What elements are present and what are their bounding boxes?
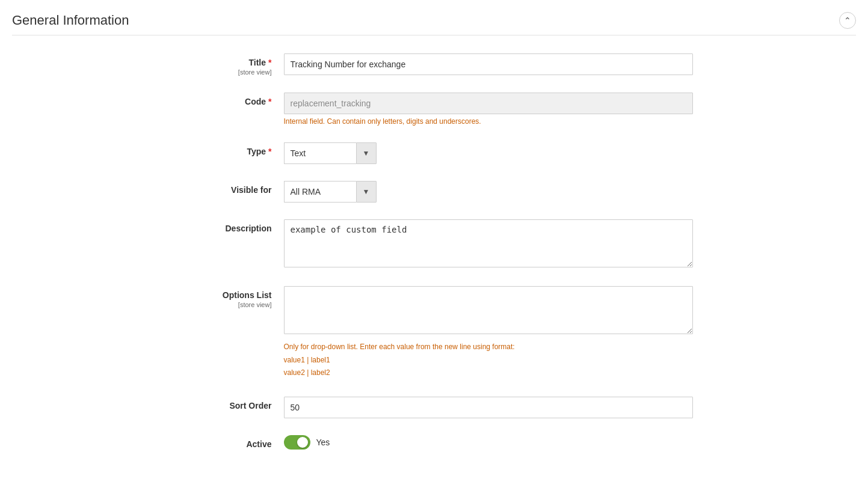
toggle-track <box>284 435 310 450</box>
active-field-col: Yes <box>284 435 753 450</box>
section-header: General Information ⌃ <box>12 6 856 35</box>
description-textarea[interactable] <box>284 219 693 267</box>
code-field-col: Internal field. Can contain only letters… <box>284 93 753 126</box>
sort-order-row: Sort Order <box>115 397 753 418</box>
title-label: Title* <box>249 58 272 67</box>
sort-order-input[interactable] <box>284 397 693 418</box>
visible-for-select-dropdown-button[interactable]: ▼ <box>356 181 377 203</box>
type-label-col: Type* <box>115 142 284 156</box>
options-list-row: Options List [store view] Only for drop-… <box>115 286 753 380</box>
visible-for-row: Visible for All RMA ▼ <box>115 181 753 203</box>
active-row: Active Yes <box>115 435 753 450</box>
visible-for-select-wrapper: All RMA ▼ <box>284 181 753 203</box>
form-container: Title* [store view] Code* Internal field… <box>103 53 765 450</box>
active-toggle-wrapper: Yes <box>284 435 753 450</box>
visible-for-label-col: Visible for <box>115 181 284 195</box>
type-required: * <box>268 147 271 156</box>
options-list-store-view: [store view] <box>115 301 272 308</box>
description-label-col: Description <box>115 219 284 233</box>
active-label: Active <box>246 439 271 449</box>
title-required: * <box>268 58 271 67</box>
page-container: General Information ⌃ Title* [store view… <box>0 0 868 491</box>
code-row: Code* Internal field. Can contain only l… <box>115 93 753 126</box>
code-input[interactable] <box>284 93 693 114</box>
code-label-col: Code* <box>115 93 284 106</box>
options-list-label: Options List <box>223 290 272 300</box>
options-list-label-col: Options List [store view] <box>115 286 284 308</box>
code-label: Code* <box>245 97 271 106</box>
title-field-col <box>284 53 753 75</box>
options-list-field-col: Only for drop-down list. Enter each valu… <box>284 286 753 380</box>
toggle-thumb <box>297 437 308 448</box>
description-field-col <box>284 219 753 269</box>
active-label-col: Active <box>115 435 284 449</box>
title-label-col: Title* [store view] <box>115 53 284 76</box>
active-toggle-label: Yes <box>316 438 330 447</box>
type-row: Type* Text ▼ <box>115 142 753 164</box>
code-helper: Internal field. Can contain only letters… <box>284 117 753 126</box>
description-label: Description <box>225 224 271 233</box>
description-row: Description <box>115 219 753 269</box>
options-hint: Only for drop-down list. Enter each valu… <box>284 341 753 380</box>
title-row: Title* [store view] <box>115 53 753 76</box>
visible-for-select-text: All RMA <box>284 181 356 203</box>
collapse-icon: ⌃ <box>844 16 851 25</box>
title-store-view: [store view] <box>115 69 272 76</box>
code-required: * <box>268 97 271 106</box>
type-field-col: Text ▼ <box>284 142 753 164</box>
visible-for-label: Visible for <box>231 185 271 195</box>
type-label: Type* <box>247 147 271 156</box>
sort-order-label-col: Sort Order <box>115 397 284 410</box>
active-toggle[interactable] <box>284 435 310 450</box>
type-select-text: Text <box>284 142 356 164</box>
collapse-button[interactable]: ⌃ <box>839 12 856 29</box>
options-list-textarea[interactable] <box>284 286 693 334</box>
type-select-wrapper: Text ▼ <box>284 142 753 164</box>
page-title: General Information <box>12 13 129 28</box>
visible-for-field-col: All RMA ▼ <box>284 181 753 203</box>
type-select-dropdown-button[interactable]: ▼ <box>356 142 377 164</box>
title-input[interactable] <box>284 53 693 75</box>
sort-order-label: Sort Order <box>229 401 271 410</box>
sort-order-field-col <box>284 397 753 418</box>
